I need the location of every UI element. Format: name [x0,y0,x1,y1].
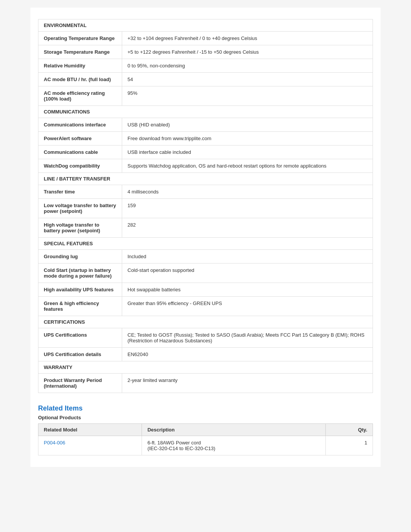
table-row: Transfer time4 milliseconds [38,185,373,199]
table-row: High voltage transfer to battery power (… [38,218,373,238]
row-label: UPS Certification details [38,348,122,361]
table-row: UPS CertificationsCE; Tested to GOST (Ru… [38,328,373,348]
section-header-warranty: WARRANTY [38,361,373,374]
col-header-description: Description [142,424,326,436]
table-row: UPS Certification detailsEN62040 [38,348,373,361]
row-value: 2-year limited warranty [122,374,373,393]
row-label: High availability UPS features [38,283,122,297]
row-value: 159 [122,199,373,218]
related-description-cell: 6-ft. 18AWG Power cord (IEC-320-C14 to I… [142,436,326,455]
row-label: AC mode efficiency rating (100% load) [38,86,122,106]
page-wrapper: ENVIRONMENTALOperating Temperature Range… [30,8,381,467]
row-value: 282 [122,218,373,238]
related-qty-cell: 1 [325,436,373,455]
related-table: Related Model Description Qty. P004-0066… [38,423,373,455]
table-row: High availability UPS featuresHot swappa… [38,283,373,297]
row-value: Included [122,250,373,264]
row-value: 0 to 95%, non-condensing [122,59,373,73]
row-value: +32 to +104 degrees Fahrenheit / 0 to +4… [122,32,373,45]
table-row: PowerAlert softwareFree download from ww… [38,132,373,145]
row-label: Grounding lug [38,250,122,264]
row-label: UPS Certifications [38,328,122,348]
table-row: Relative Humidity0 to 95%, non-condensin… [38,59,373,73]
row-value: 95% [122,86,373,106]
row-label: Storage Temperature Range [38,45,122,59]
row-label: Green & high efficiency features [38,297,122,316]
row-label: Product Warranty Period (International) [38,374,122,393]
row-label: High voltage transfer to battery power (… [38,218,122,238]
row-value: USB (HID enabled) [122,118,373,132]
row-value: EN62040 [122,348,373,361]
section-header-line-battery-transfer: LINE / BATTERY TRANSFER [38,173,373,185]
related-table-row: P004-0066-ft. 18AWG Power cord (IEC-320-… [38,436,373,455]
row-label: WatchDog compatibility [38,159,122,173]
row-label: Low voltage transfer to battery power (s… [38,199,122,218]
row-value: Supports Watchdog application, OS and ha… [122,159,373,173]
row-value: USB interface cable included [122,145,373,159]
row-value: CE; Tested to GOST (Russia); Tested to S… [122,328,373,348]
related-model-link[interactable]: P004-006 [44,440,65,446]
optional-products-label: Optional Products [38,415,373,420]
table-row: Green & high efficiency featuresGreater … [38,297,373,316]
section-header-certifications: CERTIFICATIONS [38,316,373,328]
table-row: Communications interfaceUSB (HID enabled… [38,118,373,132]
row-label: Relative Humidity [38,59,122,73]
table-row: AC mode efficiency rating (100% load)95% [38,86,373,106]
section-header-communications: COMMUNICATIONS [38,106,373,118]
table-row: Grounding lugIncluded [38,250,373,264]
related-model-cell: P004-006 [38,436,142,455]
section-header-environmental: ENVIRONMENTAL [38,19,373,32]
related-items-section: Related Items Optional Products Related … [38,404,373,455]
table-row: Product Warranty Period (International)2… [38,374,373,393]
row-value: Free download from www.tripplite.com [122,132,373,145]
section-header-special-features: SPECIAL FEATURES [38,238,373,250]
table-row: Cold Start (startup in battery mode duri… [38,264,373,283]
row-label: PowerAlert software [38,132,122,145]
row-value: Hot swappable batteries [122,283,373,297]
row-label: Operating Temperature Range [38,32,122,45]
row-value: +5 to +122 degrees Fahrenheit / -15 to +… [122,45,373,59]
table-row: Storage Temperature Range+5 to +122 degr… [38,45,373,59]
table-row: Operating Temperature Range+32 to +104 d… [38,32,373,45]
col-header-qty: Qty. [325,424,373,436]
related-items-title: Related Items [38,404,373,412]
row-label: AC mode BTU / hr. (full load) [38,73,122,86]
row-label: Communications cable [38,145,122,159]
col-header-model: Related Model [38,424,142,436]
row-value: 54 [122,73,373,86]
row-value: Cold-start operation supported [122,264,373,283]
row-label: Communications interface [38,118,122,132]
table-row: WatchDog compatibilitySupports Watchdog … [38,159,373,173]
row-value: 4 milliseconds [122,185,373,199]
table-row: Communications cableUSB interface cable … [38,145,373,159]
row-label: Cold Start (startup in battery mode duri… [38,264,122,283]
spec-table: ENVIRONMENTALOperating Temperature Range… [38,19,373,393]
table-row: Low voltage transfer to battery power (s… [38,199,373,218]
table-row: AC mode BTU / hr. (full load)54 [38,73,373,86]
row-value: Greater than 95% efficiency - GREEN UPS [122,297,373,316]
row-label: Transfer time [38,185,122,199]
